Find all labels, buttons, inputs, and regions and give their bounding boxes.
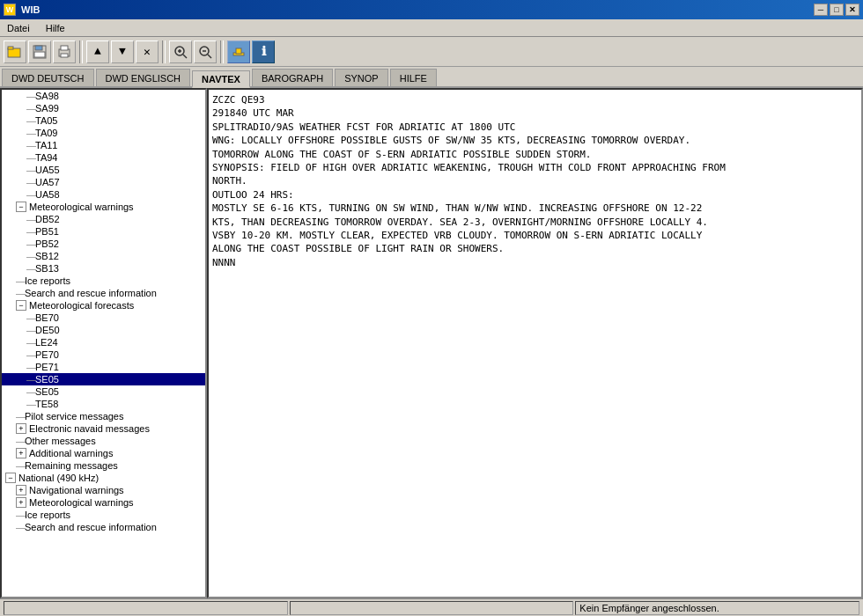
tree-dash: — (16, 436, 25, 446)
separator-1 (79, 40, 83, 63)
menu-datei[interactable]: Datei (4, 21, 33, 35)
tree-item[interactable]: —Search and rescue information (2, 287, 205, 299)
tree-dash: — (26, 128, 35, 138)
tree-item[interactable]: —LE24 (2, 336, 205, 348)
stamp-button[interactable] (227, 40, 250, 63)
tree-item-label: SB13 (35, 263, 59, 274)
tree-item[interactable]: —TA11 (2, 139, 205, 151)
svg-rect-4 (34, 52, 45, 57)
zoom-out-icon (197, 44, 213, 60)
tree-item[interactable]: —SB13 (2, 262, 205, 275)
expand-icon[interactable]: + (16, 423, 26, 434)
tab-hilfe[interactable]: HILFE (390, 69, 437, 86)
tree-item[interactable]: —SE05 (2, 385, 205, 398)
content-panel[interactable]: ZCZC QE93 291840 UTC MAR SPLITRADIO/9AS … (207, 88, 863, 598)
app-icon: W (4, 4, 16, 16)
info-button[interactable]: ℹ (252, 40, 275, 63)
tree-item-label: Ice reports (25, 275, 70, 286)
collapse-icon[interactable]: − (5, 473, 16, 483)
collapse-icon[interactable]: − (16, 300, 26, 311)
tree-dash: — (16, 522, 25, 532)
tree-item[interactable]: —SE05 (2, 373, 205, 385)
tree-item-label: Search and rescue information (25, 288, 157, 298)
tab-navtex[interactable]: NAVTEX (192, 70, 250, 88)
window-controls[interactable]: ─ □ ✕ (814, 4, 859, 16)
tree-item-label: Meteorological warnings (29, 202, 134, 212)
tree-item-label: TA94 (35, 152, 57, 163)
tree-item[interactable]: +Electronic navaid messages (2, 422, 205, 435)
tree-item[interactable]: —Ice reports (2, 509, 205, 521)
zoom-in-button[interactable] (169, 40, 192, 63)
tree-dash: — (16, 460, 25, 471)
open-button[interactable] (4, 40, 26, 63)
open-icon (7, 44, 23, 60)
tree-item[interactable]: —BE70 (2, 312, 205, 324)
tree-item-label: Meteorological forecasts (29, 300, 134, 311)
tree-item[interactable]: —TE58 (2, 398, 205, 410)
collapse-icon[interactable]: − (16, 202, 26, 212)
tree-dash: — (26, 349, 35, 360)
expand-icon[interactable]: + (16, 497, 26, 508)
tree-item[interactable]: —PE70 (2, 348, 205, 361)
tree-dash: — (26, 189, 35, 200)
separator-3 (220, 40, 224, 63)
tab-dwd-englisch[interactable]: DWD ENGLISCH (96, 69, 191, 86)
scroll-up-button[interactable]: ▲ (86, 40, 109, 63)
tree-item[interactable]: +Meteorological warnings (2, 496, 205, 509)
tab-dwd-deutsch[interactable]: DWD DEUTSCH (2, 69, 94, 86)
tree-item[interactable]: +Navigational warnings (2, 484, 205, 496)
save-button[interactable] (28, 40, 51, 63)
tree-item[interactable]: —PE71 (2, 361, 205, 373)
tree-item[interactable]: —Search and rescue information (2, 521, 205, 533)
scroll-down-button[interactable]: ▼ (111, 40, 134, 63)
tree-item[interactable]: —PB52 (2, 238, 205, 250)
tree-panel[interactable]: —SA98—SA99—TA05—TA09—TA11—TA94—UA55—UA57… (0, 88, 207, 598)
tree-item-label: UA58 (35, 189, 60, 200)
tree-item[interactable]: —DB52 (2, 213, 205, 225)
expand-icon[interactable]: + (16, 485, 26, 495)
tree-item[interactable]: −National (490 kHz) (2, 472, 205, 484)
print-button[interactable] (53, 40, 76, 63)
tree-item[interactable]: —Remaining messages (2, 459, 205, 472)
close-x-button[interactable]: ✕ (136, 40, 159, 63)
minimize-button[interactable]: ─ (814, 4, 828, 16)
tab-barograph[interactable]: BAROGRAPH (252, 69, 333, 86)
maximize-button[interactable]: □ (830, 4, 844, 16)
tree-item[interactable]: —Pilot service messages (2, 410, 205, 422)
tree-item-label: Pilot service messages (25, 411, 124, 422)
tree-dash: — (26, 362, 35, 372)
tree-dash: — (26, 325, 35, 335)
zoom-out-button[interactable] (194, 40, 217, 63)
tree-item-label: Search and rescue information (25, 522, 157, 532)
print-icon (56, 44, 72, 60)
tree-item[interactable]: —SB12 (2, 250, 205, 262)
tree-item-label: SB12 (35, 251, 59, 261)
tree-item[interactable]: —TA05 (2, 114, 205, 127)
tree-item[interactable]: —SA99 (2, 102, 205, 114)
tree-item[interactable]: —UA57 (2, 176, 205, 188)
tree-dash: — (16, 275, 25, 286)
tree-item[interactable]: —TA94 (2, 151, 205, 164)
tab-synop[interactable]: SYNOP (335, 69, 388, 86)
tree-item[interactable]: —Ice reports (2, 275, 205, 287)
expand-icon[interactable]: + (16, 448, 26, 458)
tree-item[interactable]: —PB51 (2, 225, 205, 238)
tree-item[interactable]: —UA55 (2, 164, 205, 176)
tree-item[interactable]: —TA09 (2, 127, 205, 139)
close-button[interactable]: ✕ (845, 4, 859, 16)
tree-item-label: LE24 (35, 337, 58, 348)
tree-item[interactable]: —Other messages (2, 435, 205, 447)
menu-hilfe[interactable]: Hilfe (42, 21, 69, 35)
tree-dash: — (26, 91, 35, 101)
tree-dash: — (26, 115, 35, 126)
tree-item[interactable]: −Meteorological warnings (2, 201, 205, 213)
tree-item-label: UA57 (35, 177, 60, 187)
tree-item[interactable]: —UA58 (2, 188, 205, 201)
tree-item-label: PB52 (35, 238, 59, 249)
tree-item[interactable]: —DE50 (2, 324, 205, 336)
tree-item[interactable]: —SA98 (2, 90, 205, 102)
tree-item[interactable]: −Meteorological forecasts (2, 299, 205, 312)
zoom-in-icon (173, 44, 188, 60)
tree-item[interactable]: +Additional warnings (2, 447, 205, 459)
tree-item-label: TE58 (35, 399, 58, 409)
